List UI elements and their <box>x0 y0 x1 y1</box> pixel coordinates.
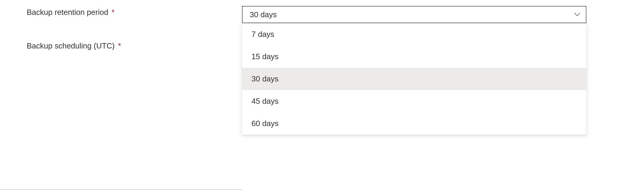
required-asterisk-icon: * <box>118 41 121 50</box>
retention-select-value: 30 days <box>250 10 277 19</box>
retention-option[interactable]: 15 days <box>242 45 586 68</box>
retention-option-label: 7 days <box>251 30 274 39</box>
retention-label: Backup retention period * <box>27 6 242 17</box>
form-container: Backup retention period * 30 days 7 days… <box>0 0 644 71</box>
scheduling-label: Backup scheduling (UTC) * <box>27 40 242 51</box>
retention-option[interactable]: 30 days <box>242 68 586 90</box>
retention-option[interactable]: 7 days <box>242 23 586 45</box>
retention-option[interactable]: 60 days <box>242 112 586 135</box>
chevron-down-icon <box>574 11 580 18</box>
retention-option-label: 60 days <box>251 119 279 128</box>
retention-option[interactable]: 45 days <box>242 90 586 112</box>
retention-option-label: 15 days <box>251 52 279 61</box>
retention-field: 30 days 7 days 15 days 30 days <box>242 6 586 23</box>
retention-select[interactable]: 30 days <box>242 6 586 23</box>
scheduling-label-text: Backup scheduling (UTC) <box>27 41 115 50</box>
retention-option-label: 30 days <box>251 74 279 84</box>
retention-dropdown-listbox: 7 days 15 days 30 days 45 days 60 days <box>242 23 586 135</box>
retention-option-label: 45 days <box>251 97 279 106</box>
form-row-retention: Backup retention period * 30 days 7 days… <box>27 6 617 23</box>
required-asterisk-icon: * <box>112 8 115 17</box>
retention-label-text: Backup retention period <box>27 8 108 17</box>
